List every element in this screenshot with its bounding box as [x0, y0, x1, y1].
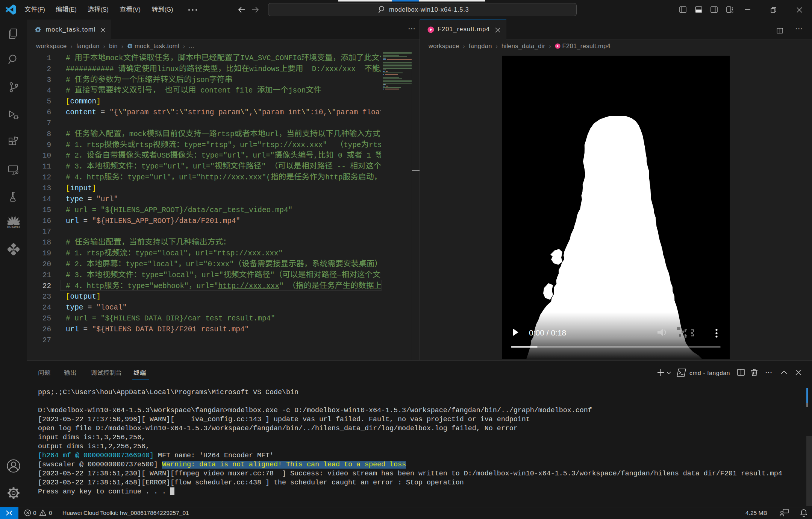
- svg-text:0:00 / 0:18: 0:00 / 0:18: [529, 328, 566, 337]
